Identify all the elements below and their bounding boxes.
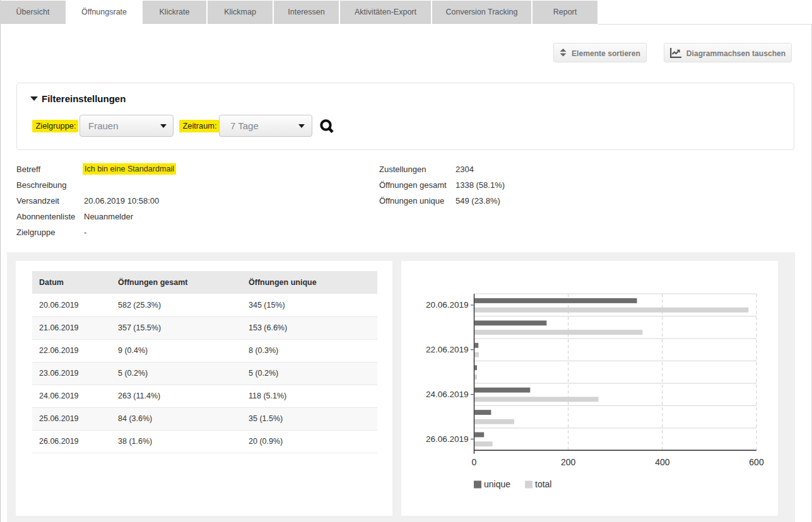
svg-text:unique: unique: [484, 479, 510, 489]
svg-text:26.06.2019: 26.06.2019: [426, 434, 469, 444]
svg-text:400: 400: [655, 457, 670, 467]
svg-text:24.06.2019: 24.06.2019: [426, 390, 469, 399]
svg-text:20.06.2019: 20.06.2019: [426, 300, 469, 310]
svg-text:22.06.2019: 22.06.2019: [426, 345, 469, 354]
svg-text:0: 0: [472, 457, 477, 467]
svg-text:600: 600: [749, 457, 764, 467]
svg-text:total: total: [535, 479, 551, 489]
svg-text:200: 200: [561, 457, 576, 467]
